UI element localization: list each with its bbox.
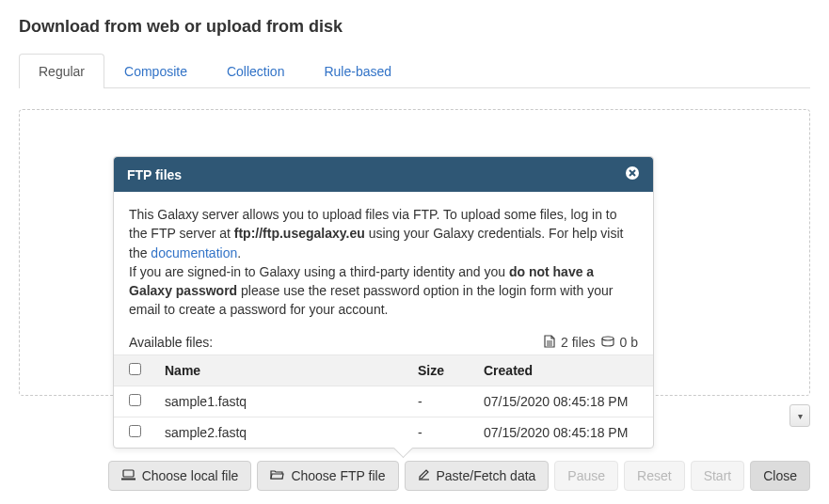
pause-button: Pause xyxy=(554,461,618,491)
tab-regular[interactable]: Regular xyxy=(19,54,104,88)
ftp-popover-title: FTP files xyxy=(127,167,182,182)
button-label: Choose FTP file xyxy=(291,468,385,483)
row-checkbox[interactable] xyxy=(129,425,141,437)
row-checkbox[interactable] xyxy=(129,394,141,406)
column-header-created: Created xyxy=(474,354,653,386)
ftp-note-text: If you are signed-in to Galaxy using a t… xyxy=(129,264,509,279)
tab-rule-based[interactable]: Rule-based xyxy=(304,54,411,88)
action-button-bar: Choose local file Choose FTP file Paste/… xyxy=(108,461,810,491)
file-icon xyxy=(544,335,555,351)
reset-button: Reset xyxy=(624,461,685,491)
page-title: Download from web or upload from disk xyxy=(19,17,810,37)
ftp-popover-body: This Galaxy server allows you to upload … xyxy=(114,192,653,329)
file-size: - xyxy=(408,417,474,448)
tab-composite[interactable]: Composite xyxy=(104,54,207,88)
ftp-server-address: ftp://ftp.usegalaxy.eu xyxy=(234,226,365,241)
file-count-label: 2 files xyxy=(561,335,596,350)
choose-local-file-button[interactable]: Choose local file xyxy=(108,461,252,491)
close-button[interactable]: Close xyxy=(750,461,810,491)
table-row[interactable]: sample2.fastq - 07/15/2020 08:45:18 PM xyxy=(114,417,653,448)
ftp-popover-header: FTP files xyxy=(114,157,653,192)
tab-collection[interactable]: Collection xyxy=(207,54,304,88)
table-row[interactable]: sample1.fastq - 07/15/2020 08:45:18 PM xyxy=(114,386,653,417)
svg-point-6 xyxy=(602,337,614,340)
button-label: Choose local file xyxy=(142,468,239,483)
available-files-label: Available files: xyxy=(129,335,213,350)
column-header-name: Name xyxy=(155,354,408,386)
file-created: 07/15/2020 08:45:18 PM xyxy=(474,417,653,448)
start-button: Start xyxy=(691,461,745,491)
ftp-files-table: Name Size Created sample1.fastq - 07/15/… xyxy=(114,354,653,448)
file-created: 07/15/2020 08:45:18 PM xyxy=(474,386,653,417)
file-name: sample1.fastq xyxy=(155,386,408,417)
file-name: sample2.fastq xyxy=(155,417,408,448)
paste-fetch-button[interactable]: Paste/Fetch data xyxy=(405,461,550,491)
choose-ftp-file-button[interactable]: Choose FTP file xyxy=(257,461,398,491)
close-icon[interactable] xyxy=(625,165,640,183)
documentation-link[interactable]: documentation xyxy=(151,245,237,260)
disk-icon xyxy=(601,335,614,350)
ftp-files-popover: FTP files This Galaxy server allows you … xyxy=(113,156,654,449)
file-size: - xyxy=(408,386,474,417)
svg-rect-7 xyxy=(123,470,134,477)
total-size-label: 0 b xyxy=(620,335,638,350)
ftp-intro-end: . xyxy=(237,245,241,260)
upload-tabs: Regular Composite Collection Rule-based xyxy=(19,54,810,88)
edit-icon xyxy=(418,468,430,483)
select-all-checkbox[interactable] xyxy=(129,363,141,375)
chevron-down-icon: ▾ xyxy=(798,411,803,421)
column-header-size: Size xyxy=(408,354,474,386)
folder-open-icon xyxy=(270,468,284,483)
laptop-icon xyxy=(121,468,136,483)
type-dropdown-toggle[interactable]: ▾ xyxy=(789,404,810,427)
button-label: Paste/Fetch data xyxy=(437,468,536,483)
